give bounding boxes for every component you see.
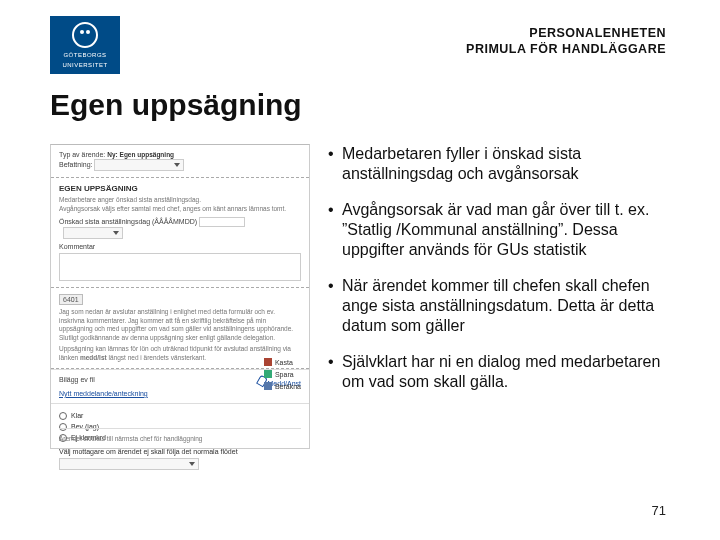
ss-befattning-label: Befattning: [59,161,92,168]
ss-flow-label: Välj mottagare om ärendet ej skall följa… [59,448,301,455]
ss-new-note-link[interactable]: Nytt meddelande/anteckning [59,390,148,397]
logo-text-2: UNIVERSITET [62,62,107,68]
ss-action-kasta[interactable]: Kasta [264,358,301,366]
ss-info-text: Jag som nedan är avslutar anställning i … [59,308,301,342]
radio-icon [59,412,67,420]
header-text: PERSONALENHETEN PRIMULA FÖR HANDLÄGGARE [466,26,666,57]
trash-icon [264,358,272,366]
slide: GÖTEBORGS UNIVERSITET PERSONALENHETEN PR… [0,0,720,540]
ss-befattning-select[interactable] [94,159,184,171]
ss-section-desc: Medarbetare anger önskad sista anställni… [59,196,301,204]
ss-radio-klar-label: Klar [71,412,83,419]
bullet-item: När ärendet kommer till chefen skall che… [328,276,668,336]
ss-comment-label: Kommentar [59,243,301,250]
app-screenshot: Typ av ärende: Ny: Egen uppsägning Befat… [50,144,310,449]
university-logo: GÖTEBORGS UNIVERSITET [50,16,120,74]
ss-medd-link-strong: medd/lst [80,354,107,361]
slide-title: Egen uppsägning [50,88,302,121]
ss-action-berakna-label: Beräkna [275,383,301,390]
ss-action-berakna[interactable]: Beräkna [264,382,301,390]
ss-attach-label: Bilägg ev fil [59,376,95,383]
ss-section-block: EGEN UPPSÄGNING Medarbetare anger önskad… [51,178,309,288]
ss-flow-select[interactable] [59,458,199,470]
ss-medd-hint-post: längst ned i ärendets vänsterkant. [109,354,207,361]
ss-code-badge: 6401 [59,294,83,305]
ss-radio-klar[interactable]: Klar [59,412,301,420]
ss-type-label: Typ av ärende: [59,151,105,158]
ss-header-block: Typ av ärende: Ny: Egen uppsägning Befat… [51,145,309,178]
ss-lastday-label: Önskad sista anställningsdag (ÅÅÅÅMMDD) [59,218,197,225]
ss-info-block: 6401 Jag som nedan är avslutar anställni… [51,288,309,369]
ss-comment-textarea[interactable] [59,253,301,281]
bullet-item: Medarbetaren fyller i önskad sista anstä… [328,144,668,184]
page-number: 71 [652,503,666,518]
ss-type-value: Ny: Egen uppsägning [107,151,174,158]
ss-section-desc2: Avgångsorsak väljs efter samtal med chef… [59,205,301,213]
header: GÖTEBORGS UNIVERSITET PERSONALENHETEN PR… [0,16,720,76]
bullet-item: Självklart har ni en dialog med medarbet… [328,352,668,392]
save-icon [264,370,272,378]
logo-text-1: GÖTEBORGS [63,52,106,58]
header-line1: PERSONALENHETEN [466,26,666,42]
bullet-item: Avgångsorsak är vad man går över till t.… [328,200,668,260]
logo-seal-icon [72,22,98,48]
ss-action-spara-label: Spara [275,371,294,378]
ss-actions: Kasta Spara Beräkna [264,358,301,390]
ss-cause-select[interactable] [63,227,123,239]
header-line2: PRIMULA FÖR HANDLÄGGARE [466,42,666,58]
ss-lastday-input[interactable] [199,217,245,227]
bullet-list: Medarbetaren fyller i önskad sista anstä… [328,144,668,408]
calculator-icon [264,382,272,390]
ss-section-title: EGEN UPPSÄGNING [59,184,301,193]
ss-action-spara[interactable]: Spara [264,370,301,378]
ss-bottom-text: Ärendet skickas till närmsta chef för ha… [59,428,301,442]
ss-action-kasta-label: Kasta [275,359,293,366]
